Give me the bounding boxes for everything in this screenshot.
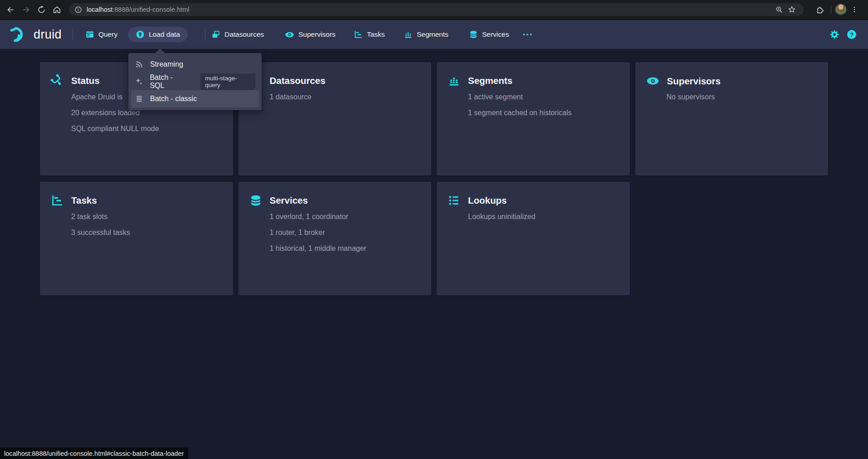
browser-menu-button[interactable] [847, 2, 862, 17]
eye-icon [646, 74, 659, 88]
help-button[interactable]: ? [846, 20, 857, 49]
eye-icon [285, 30, 294, 39]
druid-navbar: druid Query Load data Datasources [0, 20, 868, 49]
browser-toolbar: localhost:8888/unified-console.html [0, 0, 868, 19]
settings-button[interactable] [829, 20, 840, 49]
datasources-icon [211, 30, 220, 39]
nav-item-tasks[interactable]: Tasks [354, 20, 385, 49]
database-icon [469, 30, 478, 39]
link-status-bar: localhost:8888/unified-console.html#clas… [0, 448, 188, 459]
streaming-icon [135, 60, 144, 69]
nav-item-datasources[interactable]: Datasources [211, 20, 264, 49]
services-card[interactable]: Services 1 overlord, 1 coordinator 1 rou… [239, 182, 432, 295]
card-title: Segments [468, 75, 512, 87]
back-button[interactable] [3, 2, 18, 17]
supervisors-card[interactable]: Supervisors No supervisors [635, 62, 829, 176]
card-title: Services [270, 195, 308, 206]
nav-label: Services [482, 30, 509, 39]
card-line: SQL compliant NULL mode [71, 124, 159, 134]
upload-icon [136, 30, 145, 39]
toolbar-divider [831, 5, 831, 14]
segments-icon [404, 30, 413, 39]
list-icon [135, 94, 144, 103]
nav-label: Datasources [224, 30, 264, 39]
zoom-icon [775, 5, 783, 14]
address-bar[interactable]: localhost:8888/unified-console.html [69, 3, 804, 16]
datasources-card[interactable]: Datasources 1 datasource [239, 62, 432, 176]
card-line: 1 segment cached on historicals [468, 108, 572, 118]
puzzle-icon [815, 5, 824, 14]
druid-logo-icon [10, 25, 28, 44]
extensions-button[interactable] [812, 2, 827, 17]
back-icon [6, 5, 15, 14]
forward-button[interactable] [18, 2, 34, 17]
zoom-page-button[interactable] [773, 3, 785, 16]
tasks-card[interactable]: Tasks 2 task slots 3 successful tasks [40, 182, 233, 295]
forward-icon [22, 5, 30, 14]
nav-item-supervisors[interactable]: Supervisors [285, 20, 336, 49]
card-line: 1 datasource [270, 92, 312, 102]
gear-icon [829, 29, 840, 40]
nav-more-button[interactable] [522, 20, 533, 49]
fork-icon [48, 72, 66, 89]
card-title: Lookups [468, 195, 507, 206]
browser-actions [809, 2, 862, 17]
nav-item-services[interactable]: Services [469, 20, 509, 49]
card-line: 2 task slots [71, 212, 130, 222]
svg-text:?: ? [850, 31, 853, 38]
gantt-icon [51, 194, 63, 207]
card-title: Status [71, 75, 100, 87]
sparkles-icon [135, 77, 143, 86]
card-title: Tasks [71, 195, 97, 206]
gantt-icon [354, 30, 363, 39]
card-line: No supervisors [667, 92, 715, 102]
star-icon [788, 5, 796, 14]
menu-item-streaming[interactable]: Streaming [131, 56, 259, 73]
nav-label: Tasks [367, 30, 385, 39]
nav-divider [73, 29, 73, 40]
nav-item-segments[interactable]: Segments [404, 20, 449, 49]
nav-label: Supervisors [298, 30, 336, 39]
nav-label: Load data [149, 30, 180, 39]
link-status-text: localhost:8888/unified-console.html#clas… [4, 450, 184, 457]
menu-item-label: Batch - classic [150, 95, 197, 103]
nav-item-query[interactable]: Query [85, 20, 117, 49]
menu-item-label: Batch - SQL [150, 73, 188, 90]
card-title: Datasources [270, 75, 326, 87]
segments-icon [448, 74, 460, 87]
multi-stage-query-tag: multi-stage-query [200, 73, 255, 90]
help-icon: ? [846, 29, 857, 40]
card-line: Lookups uninitialized [468, 212, 536, 222]
database-icon [249, 194, 262, 207]
reload-icon [37, 5, 46, 14]
nav-divider [205, 29, 205, 40]
card-line: 1 overlord, 1 coordinator [270, 212, 366, 222]
home-button[interactable] [49, 2, 64, 17]
more-icon [522, 30, 533, 39]
card-line: 1 historical, 1 middle manager [270, 244, 366, 254]
segments-card[interactable]: Segments 1 active segment 1 segment cach… [437, 62, 630, 176]
menu-item-label: Streaming [150, 60, 183, 68]
site-info-icon[interactable] [74, 6, 82, 14]
card-line: 3 successful tasks [71, 228, 130, 238]
menu-item-batch-classic[interactable]: Batch - classic [131, 90, 259, 107]
bookmark-button[interactable] [785, 3, 798, 16]
menu-item-batch-sql[interactable]: Batch - SQL multi-stage-query [131, 73, 259, 90]
reload-button[interactable] [34, 2, 49, 17]
home-icon [53, 5, 61, 14]
load-data-menu: Streaming Batch - SQL multi-stage-query … [128, 53, 262, 110]
nav-label: Query [98, 30, 117, 39]
properties-list-icon [448, 194, 460, 207]
card-title: Supervisors [667, 75, 721, 87]
card-line: 1 router, 1 broker [270, 228, 366, 238]
console-icon [85, 30, 94, 39]
nav-item-load-data[interactable]: Load data [128, 27, 188, 42]
profile-avatar[interactable] [835, 4, 847, 15]
kebab-menu-icon [851, 6, 858, 13]
brand-wordmark: druid [34, 20, 62, 49]
druid-logo[interactable] [10, 20, 28, 49]
card-line: 1 active segment [468, 92, 572, 102]
lookups-card[interactable]: Lookups Lookups uninitialized [437, 182, 630, 295]
nav-label: Segments [417, 30, 449, 39]
url-text: localhost:8888/unified-console.html [87, 6, 773, 13]
